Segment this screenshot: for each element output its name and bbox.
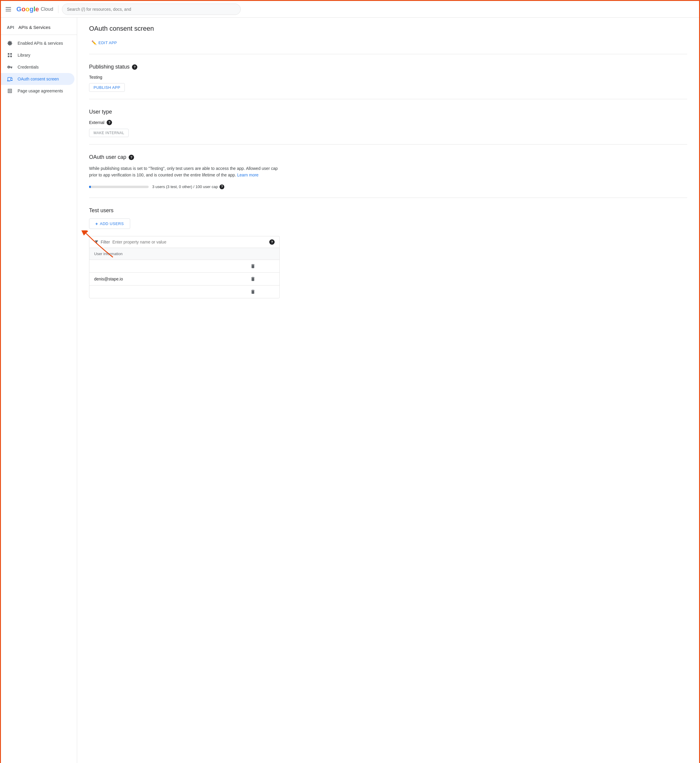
cloud-text: Cloud: [41, 6, 53, 12]
sidebar-item-label-enabled-apis: Enabled APIs & services: [17, 41, 63, 45]
sidebar-header: API APIs & Services: [1, 20, 77, 35]
credentials-icon: [7, 64, 13, 70]
user-type-value: External ?: [89, 120, 687, 125]
sidebar-item-oauth-consent[interactable]: OAuth consent screen: [1, 73, 75, 85]
test-users-table-container: Filter ? User information: [89, 236, 280, 298]
oauth-user-cap-title: OAuth user cap ?: [89, 154, 687, 160]
divider-4: [89, 197, 687, 198]
google-cloud-logo: Google Cloud: [16, 5, 58, 13]
make-internal-button[interactable]: MAKE INTERNAL: [89, 129, 129, 137]
table-row: [89, 260, 280, 273]
filter-help-icon[interactable]: ?: [269, 239, 275, 245]
sidebar-item-label-library: Library: [17, 53, 30, 58]
filter-input[interactable]: [112, 240, 267, 244]
user-type-title: User type: [89, 109, 687, 115]
delete-cell-3: [227, 285, 280, 298]
add-users-container: + ADD USERS: [89, 218, 687, 236]
table-row: [89, 285, 280, 298]
svg-rect-4: [11, 56, 12, 57]
table-header-row: User information: [89, 248, 280, 260]
oauth-user-cap-section: OAuth user cap ? While publishing status…: [89, 154, 687, 189]
col-actions: [227, 248, 280, 260]
sidebar-title: APIs & Services: [19, 25, 51, 30]
add-users-label: ADD USERS: [100, 221, 123, 226]
edit-pencil-icon: ✏️: [91, 40, 97, 45]
top-header: Google Cloud: [1, 1, 699, 17]
main-layout: API APIs & Services Enabled APIs & servi…: [1, 17, 699, 763]
sidebar: API APIs & Services Enabled APIs & servi…: [1, 17, 77, 763]
hamburger-menu-icon[interactable]: [6, 6, 13, 13]
users-table: User information: [89, 248, 280, 298]
user-email-1: [89, 260, 227, 273]
sidebar-item-label-oauth-consent: OAuth consent screen: [17, 77, 59, 81]
page-usage-icon: [7, 88, 13, 94]
publish-app-button[interactable]: PUBLISH APP: [89, 83, 125, 92]
test-users-section: Test users + ADD USERS: [89, 207, 687, 298]
edit-app-label: EDIT APP: [98, 41, 117, 45]
user-email-2: denis@stape.io: [89, 273, 227, 285]
progress-label: 3 users (3 test, 0 other) / 100 user cap…: [152, 185, 224, 189]
divider-1: [89, 54, 687, 54]
delete-cell-1: [227, 260, 280, 273]
user-type-section: User type External ? MAKE INTERNAL: [89, 109, 687, 137]
divider-2: [89, 99, 687, 99]
sidebar-item-library[interactable]: Library: [1, 49, 75, 61]
delete-cell-2: [227, 273, 280, 285]
publishing-status-help-icon[interactable]: ?: [132, 64, 138, 70]
add-users-button[interactable]: + ADD USERS: [89, 218, 130, 229]
svg-rect-3: [8, 56, 9, 57]
enabled-apis-icon: [7, 40, 13, 46]
oauth-consent-icon: [7, 76, 13, 82]
progress-bar-fill: [89, 186, 91, 188]
publishing-status-title: Publishing status ?: [89, 64, 687, 70]
progress-row: 3 users (3 test, 0 other) / 100 user cap…: [89, 185, 687, 189]
sidebar-item-label-page-usage: Page usage agreements: [17, 89, 63, 93]
delete-user-2-button[interactable]: [231, 276, 275, 282]
sidebar-item-credentials[interactable]: Credentials: [1, 61, 75, 73]
page-title: OAuth consent screen: [89, 25, 687, 33]
sidebar-item-enabled-apis[interactable]: Enabled APIs & services: [1, 37, 75, 49]
learn-more-link[interactable]: Learn more: [237, 172, 259, 177]
arrow-annotation: [80, 230, 116, 260]
sidebar-item-label-credentials: Credentials: [17, 65, 39, 69]
table-row: denis@stape.io: [89, 273, 280, 285]
api-badge: API: [7, 25, 14, 30]
user-type-help-icon[interactable]: ?: [107, 120, 112, 125]
main-content: OAuth consent screen ✏️ EDIT APP Publish…: [77, 17, 699, 763]
svg-rect-1: [8, 53, 9, 55]
edit-app-button[interactable]: ✏️ EDIT APP: [89, 38, 119, 47]
test-users-title: Test users: [89, 207, 687, 214]
search-input[interactable]: [62, 3, 241, 15]
filter-row: Filter ?: [89, 236, 280, 248]
sidebar-item-page-usage[interactable]: Page usage agreements: [1, 85, 75, 97]
delete-user-3-button[interactable]: [231, 289, 275, 295]
library-icon: [7, 52, 13, 58]
progress-help-icon[interactable]: ?: [220, 185, 224, 189]
user-email-3: [89, 285, 227, 298]
oauth-user-cap-help-icon[interactable]: ?: [129, 155, 134, 160]
svg-rect-2: [11, 53, 12, 55]
publishing-status-section: Publishing status ? Testing PUBLISH APP: [89, 64, 687, 92]
plus-icon: +: [95, 221, 98, 226]
publishing-status-value: Testing: [89, 75, 687, 80]
progress-bar-track: [89, 186, 148, 188]
delete-user-1-button[interactable]: [231, 263, 275, 269]
oauth-user-cap-description: While publishing status is set to "Testi…: [89, 165, 280, 179]
